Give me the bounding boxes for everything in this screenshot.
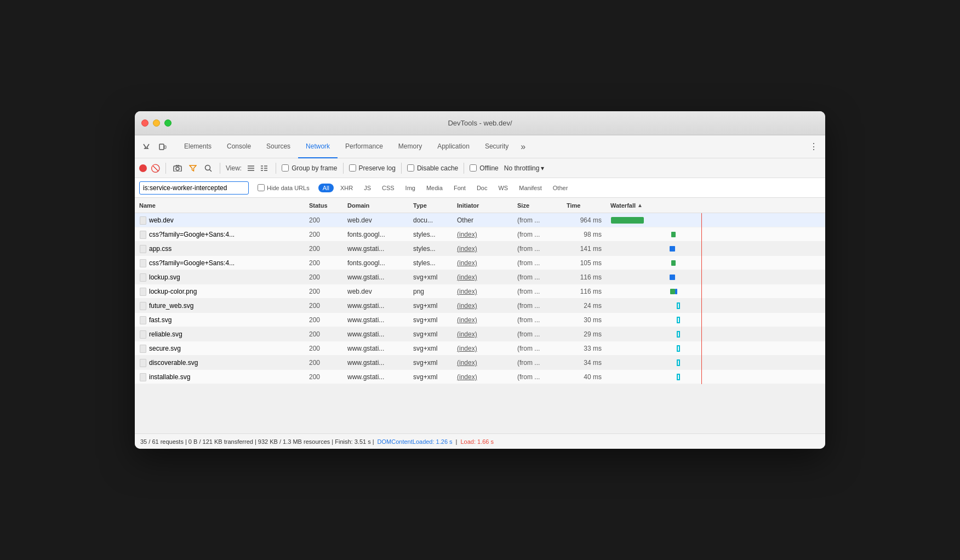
table-row[interactable]: fast.svg 200www.gstati...svg+xml(index)(… [135,313,825,327]
table-body: web.dev 200web.devdocu...Other(from ...9… [135,213,825,432]
file-icon [139,216,147,225]
table-row[interactable]: css?family=Google+Sans:4... 200fonts.goo… [135,256,825,270]
red-vertical-line [701,242,702,256]
header-status[interactable]: Status [305,202,343,209]
tab-console[interactable]: Console [219,135,259,158]
tab-sources[interactable]: Sources [259,135,298,158]
filter-font[interactable]: Font [449,184,470,192]
device-toggle-icon[interactable] [156,140,170,154]
red-vertical-line [701,313,702,327]
red-vertical-line [701,284,702,299]
file-icon [139,244,147,253]
tab-memory[interactable]: Memory [391,135,430,158]
header-size[interactable]: Size [513,202,562,209]
group-by-frame-checkbox[interactable]: Group by frame [282,164,337,172]
camera-button[interactable] [172,162,184,174]
file-icon [139,301,147,310]
close-button[interactable] [141,119,148,127]
filter-ws[interactable]: WS [494,184,512,192]
toolbar-divider-3 [276,163,276,174]
maximize-button[interactable] [164,119,172,127]
waterfall-bar [606,313,809,327]
header-type[interactable]: Type [409,202,453,209]
tab-strip: Elements Console Sources Network Perform… [135,135,825,158]
offline-checkbox[interactable]: Offline [470,164,498,172]
more-tabs-button[interactable]: » [516,135,530,158]
waterfall-bar [606,370,809,384]
waterfall-bar [606,299,809,313]
tab-application[interactable]: Application [430,135,477,158]
toolbar-divider-4 [343,163,344,174]
statusbar-separator: | [456,438,458,445]
waterfall-bar [606,213,809,227]
waterfall-bar [606,356,809,370]
chevron-down-icon: ▾ [541,164,544,172]
red-vertical-line [701,227,702,242]
hide-data-urls-checkbox[interactable]: Hide data URLs [253,183,314,192]
waterfall-bar [606,341,809,356]
inspect-icon[interactable] [139,140,153,154]
filter-css[interactable]: CSS [378,184,399,192]
throttle-dropdown[interactable]: No throttling ▾ [502,163,547,173]
header-time[interactable]: Time [562,202,606,209]
toolbar-divider-5 [401,163,402,174]
table-row[interactable]: discoverable.svg 200www.gstati...svg+xml… [135,356,825,370]
record-button[interactable] [139,164,147,172]
table-row[interactable]: web.dev 200web.devdocu...Other(from ...9… [135,213,825,227]
file-icon [139,230,147,239]
table-row[interactable]: secure.svg 200www.gstati...svg+xml(index… [135,341,825,356]
header-name[interactable]: Name [135,202,305,209]
file-icon [139,330,147,339]
table-row[interactable]: app.css 200www.gstati...styles...(index)… [135,242,825,256]
search-icon-button[interactable] [202,162,214,174]
disable-cache-checkbox[interactable]: Disable cache [407,164,458,172]
detail-view-button[interactable] [258,162,270,174]
table-row[interactable]: reliable.svg 200www.gstati...svg+xml(ind… [135,327,825,341]
tab-elements[interactable]: Elements [176,135,219,158]
header-waterfall[interactable]: Waterfall ▲ [606,202,809,209]
waterfall-bar [606,327,809,341]
statusbar: 35 / 61 requests | 0 B / 121 KB transfer… [135,433,825,449]
tab-security[interactable]: Security [477,135,516,158]
traffic-lights [141,119,172,127]
filter-js[interactable]: JS [359,184,375,192]
file-icon [139,344,147,353]
dom-content-loaded: DOMContentLoaded: 1.26 s [378,438,453,445]
red-vertical-line [701,327,702,341]
filter-doc[interactable]: Doc [472,184,492,192]
devtools-menu-button[interactable]: ⋮ [807,140,821,154]
table-header: Name Status Domain Type Initiator Size T… [135,198,825,213]
network-table-container: Name Status Domain Type Initiator Size T… [135,198,825,433]
red-vertical-line [701,341,702,356]
preserve-log-checkbox[interactable]: Preserve log [349,164,396,172]
table-row[interactable]: css?family=Google+Sans:4... 200fonts.goo… [135,227,825,242]
waterfall-bar [606,242,809,256]
tab-network[interactable]: Network [298,135,338,158]
filter-img[interactable]: Img [401,184,420,192]
table-row[interactable]: lockup.svg 200www.gstati...svg+xml(index… [135,270,825,284]
minimize-button[interactable] [153,119,160,127]
filter-all[interactable]: All [318,184,334,192]
table-row[interactable]: future_web.svg 200www.gstati...svg+xml(i… [135,299,825,313]
filter-xhr[interactable]: XHR [336,184,357,192]
svg-rect-0 [159,144,164,150]
table-row[interactable]: lockup-color.png 200web.devpng(index)(fr… [135,284,825,299]
waterfall-bar [606,256,809,270]
table-row[interactable]: installable.svg 200www.gstati...svg+xml(… [135,370,825,384]
list-view-button[interactable] [245,162,257,174]
view-label: View: [226,164,242,172]
load-time: Load: 1.66 s [460,438,494,445]
red-vertical-line [701,256,702,270]
svg-line-5 [210,169,212,172]
header-domain[interactable]: Domain [343,202,409,209]
file-icon [139,287,147,296]
filter-other[interactable]: Other [548,184,573,192]
filter-manifest[interactable]: Manifest [515,184,546,192]
filter-input[interactable] [139,181,249,195]
sort-icon: ▲ [637,202,643,208]
filter-media[interactable]: Media [422,184,447,192]
filter-icon-button[interactable] [187,162,199,174]
clear-button[interactable]: 🚫 [150,163,160,173]
tab-performance[interactable]: Performance [338,135,391,158]
header-initiator[interactable]: Initiator [453,202,513,209]
